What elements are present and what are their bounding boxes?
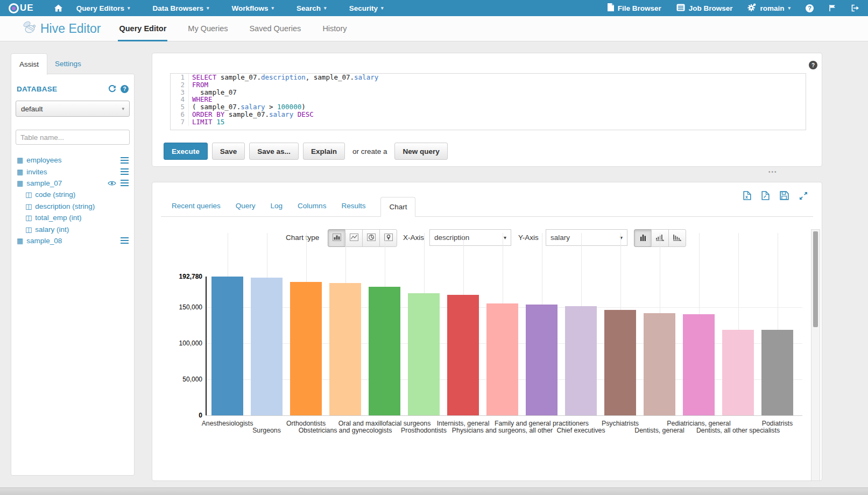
chevron-down-icon: ▾ xyxy=(788,5,791,11)
menu-security[interactable]: Security▾ xyxy=(349,4,384,12)
tab-my-queries[interactable]: My Queries xyxy=(187,16,229,41)
file-icon xyxy=(608,3,614,13)
bar-pediatricians-general[interactable] xyxy=(683,314,715,415)
panel-resize-handle[interactable]: ••• xyxy=(768,169,778,175)
table-filter-input[interactable] xyxy=(16,130,130,145)
job-browser-link[interactable]: Job Browser xyxy=(676,4,733,13)
column-icon: ◫ xyxy=(25,226,32,233)
code-token: > xyxy=(265,103,277,111)
new-query-button[interactable]: New query xyxy=(394,143,447,160)
scrollbar-thumb[interactable] xyxy=(813,231,818,327)
code-text: WHERE xyxy=(189,96,213,103)
bar-prosthodontists[interactable] xyxy=(408,293,440,415)
tab-saved-queries[interactable]: Saved Queries xyxy=(248,16,302,41)
explain-label: Explain xyxy=(311,147,337,155)
bar-obstetricians-and-gynecologists[interactable] xyxy=(329,283,361,415)
bar-anesthesiologists[interactable] xyxy=(211,277,243,415)
table-menu-icon[interactable] xyxy=(121,168,129,175)
table-menu-icon[interactable] xyxy=(121,237,129,244)
app-tabs: Query EditorMy QueriesSaved QueriesHisto… xyxy=(118,16,348,41)
bar-dentists-all-other-specialists[interactable] xyxy=(722,330,754,415)
code-line-2: 2FROM xyxy=(171,81,806,89)
line-number: 2 xyxy=(171,81,189,89)
y-axis-line xyxy=(206,277,207,415)
bar-physicians-and-surgeons-all-other[interactable] xyxy=(486,303,518,415)
hive-editor-brand[interactable]: Hive Editor xyxy=(22,20,101,37)
menu-workflows[interactable]: Workflows▾ xyxy=(232,4,274,12)
bar-podiatrists[interactable] xyxy=(761,330,793,415)
table-name: sample_07 xyxy=(26,179,62,187)
results-panel: x Recent queriesQueryLogColumnsResultsCh… xyxy=(152,182,822,481)
list-icon xyxy=(676,4,685,13)
explain-button[interactable]: Explain xyxy=(303,143,345,160)
x-axis-line xyxy=(206,415,802,416)
bar-internists-general[interactable] xyxy=(447,295,479,415)
table-row-employees[interactable]: ▦employees xyxy=(16,154,130,166)
bar-family-and-general-practitioners[interactable] xyxy=(526,305,558,415)
sign-out-icon[interactable] xyxy=(851,4,859,12)
y-tick-0: 0 xyxy=(155,412,202,419)
column-row-description-string[interactable]: ◫description (string) xyxy=(16,201,130,212)
save-as-button[interactable]: Save as... xyxy=(249,143,299,160)
database-help-icon[interactable]: ? xyxy=(121,85,129,93)
save-button[interactable]: Save xyxy=(212,143,245,160)
column-name: description (string) xyxy=(35,202,95,210)
code-token: , sample_07. xyxy=(306,73,354,81)
assist-panel: DATABASE ? default ▾ ▦employees▦invites▦… xyxy=(11,74,135,476)
app-title: Hive Editor xyxy=(40,22,101,36)
code-token: salary xyxy=(269,110,293,118)
code-token: 100000 xyxy=(277,103,301,111)
table-row-sample-08[interactable]: ▦sample_08 xyxy=(16,235,130,246)
bar-psychiatrists[interactable] xyxy=(604,310,636,415)
file-browser-link[interactable]: File Browser xyxy=(608,3,661,13)
eye-icon[interactable] xyxy=(108,180,116,186)
code-lines: 1SELECT sample_07.description, sample_07… xyxy=(171,74,806,126)
menu-query-editors[interactable]: Query Editors▾ xyxy=(76,4,130,12)
tab-history[interactable]: History xyxy=(321,16,348,41)
hue-logo[interactable]: UE xyxy=(9,3,34,13)
tab-assist[interactable]: Assist xyxy=(11,53,47,75)
column-row-total-emp-int[interactable]: ◫total_emp (int) xyxy=(16,212,130,223)
column-name: code (string) xyxy=(35,190,75,199)
y-tick-50-000: 50,000 xyxy=(155,376,202,383)
bar-surgeons[interactable] xyxy=(251,278,283,415)
tab-settings-label: Settings xyxy=(55,60,81,68)
line-number: 1 xyxy=(171,74,189,81)
home-icon[interactable] xyxy=(54,4,62,12)
tab-label: My Queries xyxy=(188,24,228,33)
navbar-right: File Browser Job Browser romain ▾ ? xyxy=(608,3,859,13)
tab-settings[interactable]: Settings xyxy=(55,53,81,74)
menu-search[interactable]: Search▾ xyxy=(297,4,327,12)
table-row-sample-07[interactable]: ▦sample_07 xyxy=(16,178,130,189)
x-axis-label-podiatrists: Podiatrists xyxy=(716,420,839,427)
execute-button[interactable]: Execute xyxy=(164,143,208,160)
table-row-invites[interactable]: ▦invites xyxy=(16,166,130,177)
menu-data-browsers[interactable]: Data Browsers▾ xyxy=(152,4,209,12)
refresh-icon[interactable] xyxy=(108,85,116,93)
column-row-salary-int[interactable]: ◫salary (int) xyxy=(16,223,130,235)
help-icon[interactable]: ? xyxy=(806,4,814,12)
code-token: ORDER BY xyxy=(192,110,224,118)
code-line-1: 1SELECT sample_07.description, sample_07… xyxy=(171,74,806,81)
line-number: 7 xyxy=(171,118,189,126)
flag-icon[interactable] xyxy=(829,4,836,12)
page-footer xyxy=(0,487,868,495)
menu-label: Query Editors xyxy=(76,4,124,12)
editor-help-icon[interactable]: ? xyxy=(809,61,817,69)
bar-dentists-general[interactable] xyxy=(644,313,675,415)
table-icon: ▦ xyxy=(17,237,23,244)
bar-orthodontists[interactable] xyxy=(290,282,322,415)
chart-scrollbar[interactable] xyxy=(811,229,820,481)
table-menu-icon[interactable] xyxy=(121,180,129,186)
tab-query-editor[interactable]: Query Editor xyxy=(118,16,167,41)
user-menu[interactable]: romain ▾ xyxy=(747,3,791,13)
bar-chief-executives[interactable] xyxy=(565,306,597,415)
table-menu-icon[interactable] xyxy=(121,157,129,164)
new-query-label: New query xyxy=(403,147,439,155)
database-select[interactable]: default ▾ xyxy=(16,101,130,117)
sql-code-editor[interactable]: 1SELECT sample_07.description, sample_07… xyxy=(170,73,806,130)
code-text: ORDER BY sample_07.salary DESC xyxy=(189,111,314,118)
column-row-code-string[interactable]: ◫code (string) xyxy=(16,189,130,200)
chevron-down-icon: ▾ xyxy=(128,5,130,11)
bar-oral-and-maxillofacial-surgeons[interactable] xyxy=(369,287,400,415)
